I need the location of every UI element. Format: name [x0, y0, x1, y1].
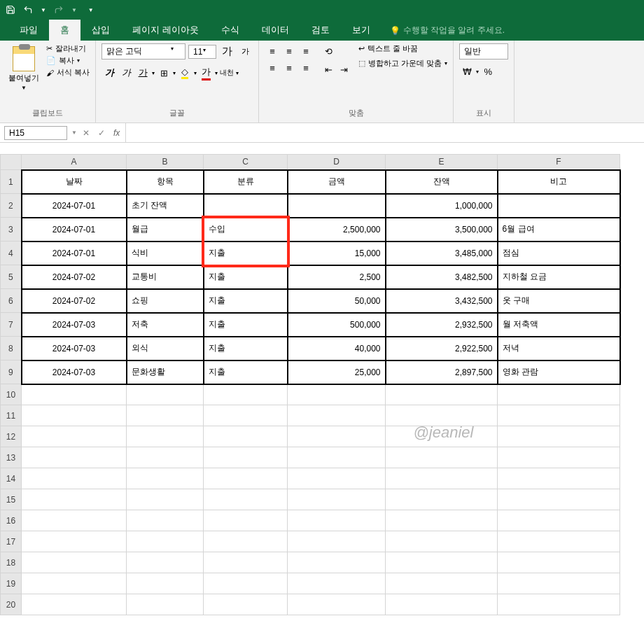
cell-F1[interactable]: 비고: [498, 170, 620, 194]
cell-C17[interactable]: [204, 531, 288, 552]
cell-E6[interactable]: 3,432,500: [386, 289, 498, 313]
copy-button[interactable]: 📄복사▾: [46, 55, 90, 66]
cell-D5[interactable]: 2,500: [288, 265, 386, 289]
cell-F7[interactable]: 월 저축액: [498, 313, 620, 337]
cell-B8[interactable]: 외식: [127, 337, 204, 360]
column-header-D[interactable]: D: [288, 155, 386, 170]
cell-F2[interactable]: [498, 194, 620, 218]
italic-button[interactable]: 가: [118, 65, 134, 80]
cell-C6[interactable]: 지출: [204, 289, 288, 313]
cell-C12[interactable]: [204, 426, 288, 447]
underline-button[interactable]: 가: [135, 65, 150, 80]
cell-F10[interactable]: [498, 384, 620, 405]
cell-D8[interactable]: 40,000: [288, 337, 386, 360]
cell-C16[interactable]: [204, 510, 288, 531]
font-family-select[interactable]: 맑은 고딕 ▾: [102, 43, 186, 59]
cell-D18[interactable]: [288, 552, 386, 573]
align-top-button[interactable]: ≡: [265, 43, 280, 59]
increase-font-button[interactable]: 가: [219, 44, 234, 59]
cell-B15[interactable]: [127, 489, 204, 510]
cell-B6[interactable]: 쇼핑: [127, 289, 204, 313]
cell-B11[interactable]: [127, 405, 204, 426]
cell-F13[interactable]: [498, 447, 620, 468]
cell-F8[interactable]: 저녁: [498, 337, 620, 360]
cell-A9[interactable]: 2024-07-03: [22, 360, 127, 384]
cell-B18[interactable]: [127, 552, 204, 573]
cell-A10[interactable]: [22, 384, 127, 405]
paste-dropdown-icon[interactable]: ▼: [21, 85, 27, 91]
cell-E16[interactable]: [386, 510, 498, 531]
enter-formula-icon[interactable]: ✓: [98, 128, 105, 138]
cell-B2[interactable]: 초기 잔액: [127, 194, 204, 218]
cell-B13[interactable]: [127, 447, 204, 468]
cell-A12[interactable]: [22, 426, 127, 447]
cell-D15[interactable]: [288, 489, 386, 510]
cell-E9[interactable]: 2,897,500: [386, 360, 498, 384]
tab-insert[interactable]: 삽입: [80, 20, 121, 41]
cell-F4[interactable]: 점심: [498, 241, 620, 265]
font-size-select[interactable]: 11 ▾: [188, 45, 216, 59]
cell-A20[interactable]: [22, 594, 127, 615]
row-header-1[interactable]: 1: [1, 170, 22, 194]
cell-C9[interactable]: 지출: [204, 360, 288, 384]
cell-F16[interactable]: [498, 510, 620, 531]
align-left-button[interactable]: ≡: [265, 60, 280, 76]
row-header-16[interactable]: 16: [1, 510, 22, 531]
spreadsheet-grid[interactable]: ABCDEF1날짜항목분류금액잔액비고22024-07-01초기 잔액1,000…: [0, 154, 644, 644]
cell-C5[interactable]: 지출: [204, 265, 288, 289]
cell-A16[interactable]: [22, 510, 127, 531]
cell-D7[interactable]: 500,000: [288, 313, 386, 337]
row-header-13[interactable]: 13: [1, 447, 22, 468]
cell-D4[interactable]: 15,000: [288, 241, 386, 265]
cell-C19[interactable]: [204, 573, 288, 594]
cell-E17[interactable]: [386, 531, 498, 552]
cell-F9[interactable]: 영화 관람: [498, 360, 620, 384]
row-header-18[interactable]: 18: [1, 552, 22, 573]
cell-E20[interactable]: [386, 594, 498, 615]
tab-file[interactable]: 파일: [8, 20, 49, 41]
cell-E5[interactable]: 3,482,500: [386, 265, 498, 289]
cell-D2[interactable]: [288, 194, 386, 218]
row-header-8[interactable]: 8: [1, 337, 22, 360]
bold-button[interactable]: 가: [102, 65, 117, 80]
increase-indent-button[interactable]: ⇥: [336, 62, 351, 77]
row-header-4[interactable]: 4: [1, 241, 22, 265]
cell-D19[interactable]: [288, 573, 386, 594]
row-header-3[interactable]: 3: [1, 218, 22, 241]
tab-formula[interactable]: 수식: [210, 20, 251, 41]
cell-F6[interactable]: 옷 구매: [498, 289, 620, 313]
cell-C15[interactable]: [204, 489, 288, 510]
cell-B14[interactable]: [127, 468, 204, 489]
cell-D1[interactable]: 금액: [288, 170, 386, 194]
row-header-9[interactable]: 9: [1, 360, 22, 384]
cell-E2[interactable]: 1,000,000: [386, 194, 498, 218]
decrease-font-button[interactable]: 가: [237, 44, 253, 59]
cell-C7[interactable]: 지출: [204, 313, 288, 337]
cell-A15[interactable]: [22, 489, 127, 510]
merge-center-button[interactable]: ⬚병합하고 가운데 맞춤▾: [358, 58, 447, 69]
column-header-C[interactable]: C: [204, 155, 288, 170]
percent-format-button[interactable]: %: [480, 64, 496, 79]
cell-F12[interactable]: [498, 426, 620, 447]
decrease-indent-button[interactable]: ⇤: [321, 62, 336, 77]
cell-D16[interactable]: [288, 510, 386, 531]
cell-F20[interactable]: [498, 594, 620, 615]
cell-C13[interactable]: [204, 447, 288, 468]
align-right-button[interactable]: ≡: [298, 60, 314, 76]
cell-B5[interactable]: 교통비: [127, 265, 204, 289]
cell-E3[interactable]: 3,500,000: [386, 218, 498, 241]
column-header-E[interactable]: E: [386, 155, 498, 170]
name-box[interactable]: [4, 126, 67, 140]
cell-A5[interactable]: 2024-07-02: [22, 265, 127, 289]
cell-D11[interactable]: [288, 405, 386, 426]
number-format-select[interactable]: 일반: [459, 43, 508, 59]
redo-icon[interactable]: [53, 5, 64, 15]
cell-C4[interactable]: 지출: [204, 241, 288, 265]
save-icon[interactable]: [6, 5, 15, 15]
cell-C8[interactable]: 지출: [204, 337, 288, 360]
paste-button[interactable]: 붙여넣기 ▼: [6, 43, 42, 106]
cell-E8[interactable]: 2,922,500: [386, 337, 498, 360]
orientation-button[interactable]: ⟲: [321, 43, 336, 59]
cell-A13[interactable]: [22, 447, 127, 468]
cell-B12[interactable]: [127, 426, 204, 447]
